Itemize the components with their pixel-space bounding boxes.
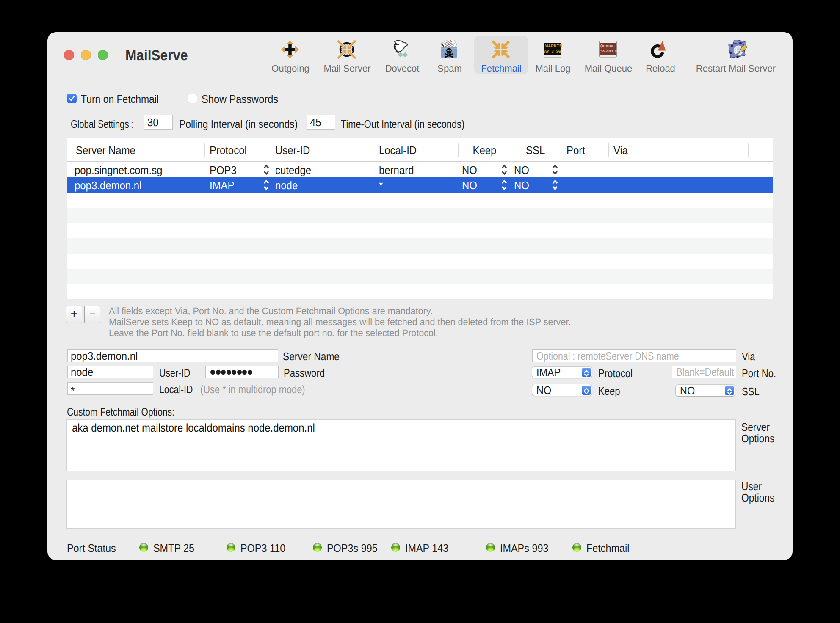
svg-text:WARNIN: WARNIN bbox=[545, 44, 562, 49]
svg-text:AY 7:36 A: AY 7:36 A bbox=[544, 50, 562, 55]
svg-text:Queue ID: Queue ID bbox=[600, 44, 617, 49]
svg-text:592813E3: 592813E3 bbox=[600, 49, 617, 54]
